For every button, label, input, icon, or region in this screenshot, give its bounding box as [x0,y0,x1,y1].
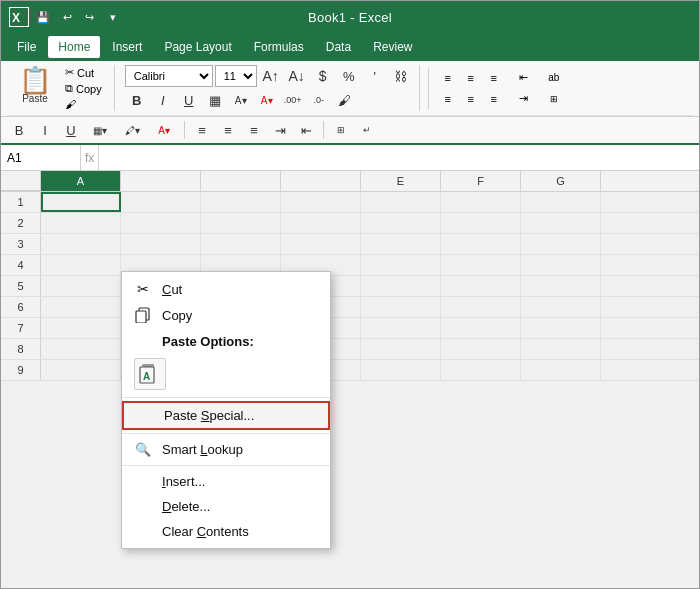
menu-page-layout[interactable]: Page Layout [154,36,241,58]
cell-b3[interactable] [121,234,201,254]
ctx-smart-lookup-item[interactable]: 🔍 Smart Lookup [122,437,330,462]
font-name-select[interactable]: Calibri [125,65,213,87]
cell-b1[interactable] [121,192,201,212]
format-merge-button[interactable]: ⊞ [329,119,353,141]
align-left-button[interactable]: ≡ [437,89,459,109]
cell-e8[interactable] [361,339,441,359]
cell-g7[interactable] [521,318,601,338]
ctx-cut-item[interactable]: ✂ Cut [122,276,330,302]
cell-g1[interactable] [521,192,601,212]
cell-g2[interactable] [521,213,601,233]
decrease-font-button[interactable]: A↓ [285,65,309,87]
cell-b2[interactable] [121,213,201,233]
cell-e3[interactable] [361,234,441,254]
menu-data[interactable]: Data [316,36,361,58]
cell-e4[interactable] [361,255,441,275]
format-align-right-button[interactable]: ≡ [242,119,266,141]
col-header-g[interactable]: G [521,171,601,191]
merge-center-button[interactable]: ⊞ [543,89,565,109]
format-painter-button[interactable]: 🖌 [61,97,106,111]
cell-e9[interactable] [361,360,441,380]
format-indent-more-button[interactable]: ⇥ [268,119,292,141]
fill-color-button[interactable]: A▾ [229,89,253,111]
cell-a7[interactable] [41,318,121,338]
cell-d1[interactable] [281,192,361,212]
format-border-dropdown[interactable]: ▦▾ [85,119,115,141]
format-fill-dropdown[interactable]: 🖍▾ [117,119,147,141]
cell-c1[interactable] [201,192,281,212]
cell-f5[interactable] [441,276,521,296]
italic-button[interactable]: I [151,89,175,111]
col-header-c[interactable] [201,171,281,191]
menu-insert[interactable]: Insert [102,36,152,58]
quick-access-dropdown[interactable]: ▾ [103,7,123,27]
cell-f3[interactable] [441,234,521,254]
cell-c2[interactable] [201,213,281,233]
cell-e6[interactable] [361,297,441,317]
ctx-clear-contents-item[interactable]: Clear Contents [122,519,330,544]
cell-g8[interactable] [521,339,601,359]
copy-button[interactable]: ⧉ Copy [61,81,106,96]
bold-button[interactable]: B [125,89,149,111]
cell-a3[interactable] [41,234,121,254]
cell-d2[interactable] [281,213,361,233]
underline-button[interactable]: U [177,89,201,111]
cell-f9[interactable] [441,360,521,380]
align-center-button[interactable]: ≡ [460,89,482,109]
menu-file[interactable]: File [7,36,46,58]
cell-f8[interactable] [441,339,521,359]
format-italic-button[interactable]: I [33,119,57,141]
border-button[interactable]: ▦ [203,89,227,111]
increase-decimal-button[interactable]: .00+ [281,89,305,111]
ctx-copy-item[interactable]: Copy [122,302,330,328]
cell-a1[interactable] [41,192,121,212]
ctx-insert-item[interactable]: Insert... [122,469,330,494]
cell-f1[interactable] [441,192,521,212]
cell-g4[interactable] [521,255,601,275]
wrap-text-button[interactable]: ab [543,68,565,88]
paste-button[interactable]: 📋 Paste [13,65,57,106]
align-middle-button[interactable]: ≡ [460,68,482,88]
cell-g9[interactable] [521,360,601,380]
format-indent-less-button[interactable]: ⇤ [294,119,318,141]
paint-format-button[interactable]: 🖌 [333,89,357,111]
format-align-center-button[interactable]: ≡ [216,119,240,141]
format-underline-button[interactable]: U [59,119,83,141]
cell-c3[interactable] [201,234,281,254]
cell-a6[interactable] [41,297,121,317]
comma-button[interactable]: ' [363,65,387,87]
cell-f6[interactable] [441,297,521,317]
paste-option-default[interactable]: A [134,358,166,390]
col-header-e[interactable]: E [361,171,441,191]
cell-a4[interactable] [41,255,121,275]
align-bottom-button[interactable]: ≡ [483,68,505,88]
col-header-a[interactable]: A [41,171,121,191]
col-header-d[interactable] [281,171,361,191]
cell-e1[interactable] [361,192,441,212]
decrease-decimal-button[interactable]: .0- [307,89,331,111]
chain-link-button[interactable]: ⛓ [389,65,413,87]
cell-a9[interactable] [41,360,121,380]
ctx-paste-special-item[interactable]: Paste Special... [122,401,330,430]
cell-f2[interactable] [441,213,521,233]
cell-a5[interactable] [41,276,121,296]
font-size-select[interactable]: 11 [215,65,257,87]
align-top-button[interactable]: ≡ [437,68,459,88]
cut-button[interactable]: ✂ Cut [61,65,106,80]
undo-button[interactable]: ↩ [57,7,77,27]
format-wrap-button[interactable]: ↵ [355,119,379,141]
format-bold-button[interactable]: B [7,119,31,141]
cell-g3[interactable] [521,234,601,254]
cell-f4[interactable] [441,255,521,275]
name-box[interactable]: A1 [1,145,81,170]
percent-button[interactable]: % [337,65,361,87]
format-align-left-button[interactable]: ≡ [190,119,214,141]
cell-g6[interactable] [521,297,601,317]
col-header-f[interactable]: F [441,171,521,191]
col-header-b[interactable] [121,171,201,191]
cell-a8[interactable] [41,339,121,359]
save-button[interactable]: 💾 [33,7,53,27]
format-font-color-dropdown[interactable]: A▾ [149,119,179,141]
font-color-button[interactable]: A▾ [255,89,279,111]
cell-e5[interactable] [361,276,441,296]
